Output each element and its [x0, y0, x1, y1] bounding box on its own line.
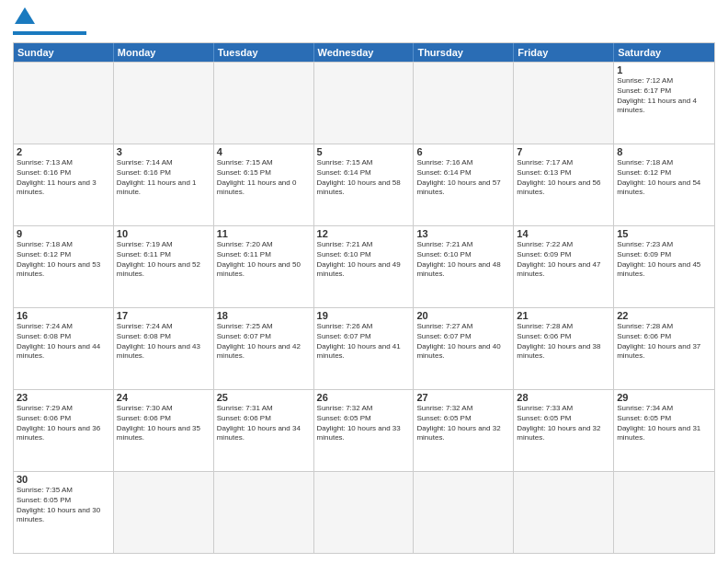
cal-cell-2-4: 13Sunrise: 7:21 AMSunset: 6:10 PMDayligh… — [414, 226, 514, 307]
day-number: 25 — [217, 392, 311, 403]
day-info: Sunrise: 7:31 AMSunset: 6:06 PMDaylight:… — [217, 404, 311, 443]
day-number: 26 — [317, 392, 411, 403]
day-info: Sunrise: 7:32 AMSunset: 6:05 PMDaylight:… — [317, 404, 411, 443]
day-info: Sunrise: 7:29 AMSunset: 6:06 PMDaylight:… — [17, 404, 110, 443]
day-info: Sunrise: 7:33 AMSunset: 6:05 PMDaylight:… — [517, 404, 610, 443]
day-info: Sunrise: 7:19 AMSunset: 6:11 PMDaylight:… — [117, 240, 210, 280]
cal-row-1: 2Sunrise: 7:13 AMSunset: 6:16 PMDaylight… — [14, 144, 714, 225]
cal-cell-1-3: 5Sunrise: 7:15 AMSunset: 6:14 PMDaylight… — [314, 144, 415, 225]
day-number: 19 — [317, 310, 411, 321]
day-info: Sunrise: 7:16 AMSunset: 6:14 PMDaylight:… — [416, 158, 510, 198]
cal-row-5: 30Sunrise: 7:35 AMSunset: 6:05 PMDayligh… — [14, 471, 714, 553]
cal-cell-1-1: 3Sunrise: 7:14 AMSunset: 6:16 PMDaylight… — [114, 144, 214, 225]
day-number: 3 — [117, 146, 210, 157]
day-number: 7 — [517, 146, 610, 157]
day-info: Sunrise: 7:22 AMSunset: 6:09 PMDaylight:… — [517, 240, 610, 280]
day-number: 14 — [517, 228, 610, 239]
cal-cell-3-3: 19Sunrise: 7:26 AMSunset: 6:07 PMDayligh… — [314, 308, 415, 389]
cal-cell-2-2: 11Sunrise: 7:20 AMSunset: 6:11 PMDayligh… — [214, 226, 314, 307]
day-number: 6 — [416, 146, 510, 157]
day-number: 30 — [17, 474, 110, 485]
cal-cell-0-3 — [314, 63, 415, 144]
cal-cell-5-5 — [514, 472, 614, 553]
day-info: Sunrise: 7:14 AMSunset: 6:16 PMDaylight:… — [117, 158, 210, 198]
cal-cell-5-4 — [414, 472, 514, 553]
cal-header-sunday: Sunday — [14, 43, 114, 62]
cal-row-2: 9Sunrise: 7:18 AMSunset: 6:12 PMDaylight… — [14, 225, 714, 307]
cal-cell-3-0: 16Sunrise: 7:24 AMSunset: 6:08 PMDayligh… — [14, 308, 114, 389]
day-info: Sunrise: 7:21 AMSunset: 6:10 PMDaylight:… — [416, 240, 510, 280]
day-info: Sunrise: 7:18 AMSunset: 6:12 PMDaylight:… — [17, 240, 110, 280]
day-number: 20 — [416, 310, 510, 321]
day-number: 12 — [317, 228, 411, 239]
cal-header-monday: Monday — [114, 43, 214, 62]
cal-cell-2-3: 12Sunrise: 7:21 AMSunset: 6:10 PMDayligh… — [314, 226, 415, 307]
day-info: Sunrise: 7:15 AMSunset: 6:15 PMDaylight:… — [217, 158, 311, 198]
cal-cell-3-2: 18Sunrise: 7:25 AMSunset: 6:07 PMDayligh… — [214, 308, 314, 389]
day-number: 5 — [317, 146, 411, 157]
day-info: Sunrise: 7:24 AMSunset: 6:08 PMDaylight:… — [117, 322, 210, 362]
cal-cell-0-0 — [14, 63, 114, 144]
cal-header-friday: Friday — [514, 43, 614, 62]
day-info: Sunrise: 7:24 AMSunset: 6:08 PMDaylight:… — [17, 322, 110, 362]
cal-cell-5-1 — [114, 472, 214, 553]
cal-cell-4-1: 24Sunrise: 7:30 AMSunset: 6:06 PMDayligh… — [114, 390, 214, 471]
cal-cell-0-6: 1Sunrise: 7:12 AMSunset: 6:17 PMDaylight… — [614, 63, 714, 144]
day-number: 28 — [517, 392, 610, 403]
cal-cell-5-2 — [214, 472, 314, 553]
day-info: Sunrise: 7:13 AMSunset: 6:16 PMDaylight:… — [17, 158, 110, 198]
day-info: Sunrise: 7:28 AMSunset: 6:06 PMDaylight:… — [617, 322, 711, 362]
page: SundayMondayTuesdayWednesdayThursdayFrid… — [0, 0, 728, 563]
day-info: Sunrise: 7:35 AMSunset: 6:05 PMDaylight:… — [17, 486, 110, 525]
cal-cell-3-6: 22Sunrise: 7:28 AMSunset: 6:06 PMDayligh… — [614, 308, 714, 389]
cal-cell-3-5: 21Sunrise: 7:28 AMSunset: 6:06 PMDayligh… — [514, 308, 614, 389]
cal-cell-2-5: 14Sunrise: 7:22 AMSunset: 6:09 PMDayligh… — [514, 226, 614, 307]
cal-cell-2-1: 10Sunrise: 7:19 AMSunset: 6:11 PMDayligh… — [114, 226, 214, 307]
cal-cell-0-4 — [414, 63, 514, 144]
cal-cell-2-6: 15Sunrise: 7:23 AMSunset: 6:09 PMDayligh… — [614, 226, 714, 307]
cal-cell-1-6: 8Sunrise: 7:18 AMSunset: 6:12 PMDaylight… — [614, 144, 714, 225]
day-info: Sunrise: 7:23 AMSunset: 6:09 PMDaylight:… — [617, 240, 711, 280]
calendar: SundayMondayTuesdayWednesdayThursdayFrid… — [13, 42, 715, 554]
day-number: 10 — [117, 228, 210, 239]
cal-row-3: 16Sunrise: 7:24 AMSunset: 6:08 PMDayligh… — [14, 307, 714, 389]
cal-cell-4-4: 27Sunrise: 7:32 AMSunset: 6:05 PMDayligh… — [414, 390, 514, 471]
logo-bar — [13, 31, 86, 35]
day-number: 8 — [617, 146, 711, 157]
day-info: Sunrise: 7:18 AMSunset: 6:12 PMDaylight:… — [617, 158, 711, 198]
cal-cell-4-3: 26Sunrise: 7:32 AMSunset: 6:05 PMDayligh… — [314, 390, 415, 471]
day-info: Sunrise: 7:17 AMSunset: 6:13 PMDaylight:… — [517, 158, 610, 198]
cal-row-0: 1Sunrise: 7:12 AMSunset: 6:17 PMDaylight… — [14, 62, 714, 144]
cal-cell-4-5: 28Sunrise: 7:33 AMSunset: 6:05 PMDayligh… — [514, 390, 614, 471]
cal-cell-1-4: 6Sunrise: 7:16 AMSunset: 6:14 PMDaylight… — [414, 144, 514, 225]
day-info: Sunrise: 7:15 AMSunset: 6:14 PMDaylight:… — [317, 158, 411, 198]
day-number: 17 — [117, 310, 210, 321]
cal-cell-3-1: 17Sunrise: 7:24 AMSunset: 6:08 PMDayligh… — [114, 308, 214, 389]
cal-cell-5-0: 30Sunrise: 7:35 AMSunset: 6:05 PMDayligh… — [14, 472, 114, 553]
cal-header-wednesday: Wednesday — [314, 43, 415, 62]
calendar-body: 1Sunrise: 7:12 AMSunset: 6:17 PMDaylight… — [14, 62, 714, 553]
day-number: 22 — [617, 310, 711, 321]
cal-cell-1-5: 7Sunrise: 7:17 AMSunset: 6:13 PMDaylight… — [514, 144, 614, 225]
cal-cell-0-2 — [214, 63, 314, 144]
cal-row-4: 23Sunrise: 7:29 AMSunset: 6:06 PMDayligh… — [14, 389, 714, 471]
cal-cell-4-2: 25Sunrise: 7:31 AMSunset: 6:06 PMDayligh… — [214, 390, 314, 471]
day-number: 18 — [217, 310, 311, 321]
cal-cell-2-0: 9Sunrise: 7:18 AMSunset: 6:12 PMDaylight… — [14, 226, 114, 307]
day-info: Sunrise: 7:30 AMSunset: 6:06 PMDaylight:… — [117, 404, 210, 443]
cal-header-tuesday: Tuesday — [214, 43, 314, 62]
day-info: Sunrise: 7:28 AMSunset: 6:06 PMDaylight:… — [517, 322, 610, 362]
cal-cell-3-4: 20Sunrise: 7:27 AMSunset: 6:07 PMDayligh… — [414, 308, 514, 389]
day-number: 15 — [617, 228, 711, 239]
day-number: 11 — [217, 228, 311, 239]
day-number: 23 — [17, 392, 110, 403]
day-number: 2 — [17, 146, 110, 157]
cal-cell-0-1 — [114, 63, 214, 144]
day-number: 24 — [117, 392, 210, 403]
logo-triangle-icon — [15, 7, 35, 28]
day-info: Sunrise: 7:12 AMSunset: 6:17 PMDaylight:… — [617, 76, 711, 116]
header — [13, 9, 715, 35]
day-info: Sunrise: 7:20 AMSunset: 6:11 PMDaylight:… — [217, 240, 311, 280]
cal-cell-4-6: 29Sunrise: 7:34 AMSunset: 6:05 PMDayligh… — [614, 390, 714, 471]
day-number: 21 — [517, 310, 610, 321]
